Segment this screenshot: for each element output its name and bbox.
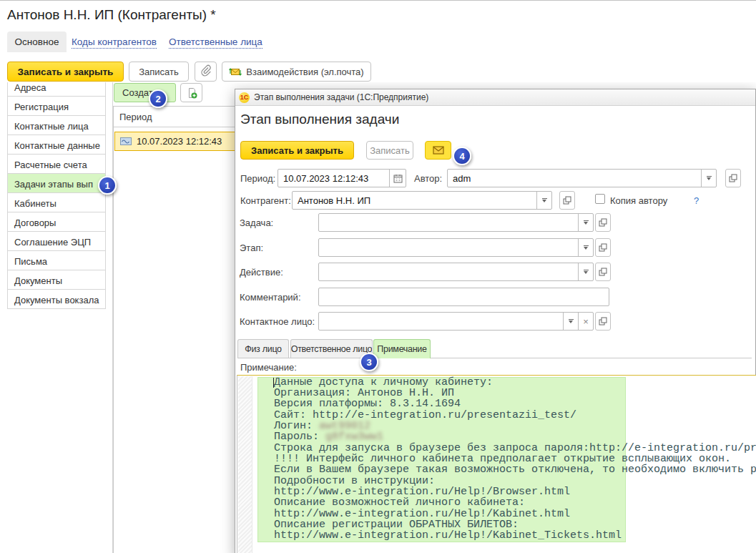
attach-button[interactable] [195,62,217,82]
envelope-icon [433,146,444,155]
annotation-badge-1: 1 [98,176,117,195]
author-dropdown-button[interactable] [701,170,716,187]
sidebar-item-документы[interactable]: Документы [7,270,106,290]
task-input[interactable] [318,213,594,232]
note-textarea[interactable]: Данные доступа к личному кабинету:Органи… [237,375,756,553]
counterparty-choose-button[interactable] [559,191,575,210]
list-row-selected[interactable]: 10.07.2023 12:12:43 [114,132,235,151]
action-input[interactable] [318,263,594,281]
sidebar-item-договоры[interactable]: Договоры [7,212,106,232]
sidebar-item-контактные-данные[interactable]: Контактные данные [7,134,106,155]
sidebar-item-регистрация[interactable]: Регистрация [7,96,106,116]
period-input[interactable]: 10.07.2023 12:12:43 [278,169,406,187]
field-label-period: Период: [240,173,275,184]
redacted-text: g8fxw3ww1 [325,431,383,443]
sidebar-item-контактные-лица[interactable]: Контактные лица [7,115,106,135]
note-line: Логин: awt99012 [274,421,756,431]
comment-input[interactable] [318,288,609,306]
contact-choose-button[interactable] [595,312,611,331]
save-button[interactable]: Записать [129,62,189,82]
author-choose-button[interactable] [725,169,741,187]
contact-dropdown-button[interactable] [563,313,578,330]
sidebar: АдресаРегистрацияКонтактные лицаКонтактн… [7,77,106,309]
note-line: Подробности в инструкции: [274,476,756,486]
chevron-down-icon [584,220,589,225]
field-label-comment: Комментарий: [240,292,301,303]
save-close-button[interactable]: Записать и закрыть [7,62,124,82]
copy-to-author-checkbox[interactable] [595,194,605,204]
note-line: Описание регистрации ОБРАТНЫХ БИЛЕТОВ: [274,519,756,530]
choose-from-list-icon [599,268,607,276]
counterparty-dropdown-button[interactable] [536,192,551,209]
chevron-down-icon [542,198,547,203]
contact-input[interactable]: × [318,312,594,331]
field-label-action: Действие: [240,267,283,278]
dialog-titlebar[interactable]: 1С Этап выполнения задачи (1С:Предприяти… [235,89,755,106]
sidebar-item-кабинеты[interactable]: Кабинеты [7,192,106,212]
author-input[interactable]: adm [447,169,717,187]
note-text: Данные доступа к личному кабинету:Органи… [274,377,756,542]
contact-clear-button[interactable]: × [578,313,593,330]
sidebar-item-задачи-этапы-вып[interactable]: Задачи этапы вып [7,173,106,193]
note-line: http://www.e-integration.ru/Help!/Browse… [274,486,756,497]
task-stage-icon [120,137,132,145]
period-value: 10.07.2023 12:12:43 [278,170,406,184]
list-row-period: 10.07.2023 12:12:43 [137,136,222,147]
dialog-send-email-button[interactable] [425,141,451,160]
note-line: Сайт: http://e-integration.ru/presentazi… [274,410,756,421]
note-line: Если в Вашем браузере такая возможность … [274,464,756,475]
email-interactions-icon [229,67,242,77]
field-label-stage: Этап: [240,243,263,253]
field-label-counterparty: Контрагент: [240,195,291,206]
sidebar-item-документы-вокзала[interactable]: Документы вокзала [7,289,106,309]
field-label-task: Задача: [240,217,273,228]
stage-choose-button[interactable] [595,238,611,257]
counterparty-value: Антонов Н.Н. ИП [293,192,551,206]
calendar-button[interactable] [389,170,406,187]
annotation-badge-2: 2 [149,89,167,108]
action-dropdown-button[interactable] [578,263,593,280]
column-header-period[interactable]: Период [114,107,235,127]
dialog-save-button[interactable]: Записать [366,141,413,160]
dialog-heading: Этап выполнения задачи [240,112,399,127]
nav-link-codes[interactable]: Коды контрагентов [72,36,157,49]
tab-responsible-person[interactable]: Ответственное лицо [290,339,373,358]
stage-input[interactable] [318,238,594,257]
chevron-down-icon [707,176,712,181]
task-choose-button[interactable] [595,213,611,232]
chevron-down-icon [569,319,574,324]
field-label-contact: Контактное лицо: [240,316,315,327]
stage-dropdown-button[interactable] [578,239,593,256]
choose-from-list-icon [599,218,607,227]
action-choose-button[interactable] [595,263,611,281]
choose-from-list-icon [599,243,607,252]
dialog-save-close-button[interactable]: Записать и закрыть [240,141,354,160]
note-line: Описание возможностей личного кабинета: [274,497,756,508]
new-document-button[interactable] [180,83,202,102]
choose-from-list-icon [563,196,571,205]
chevron-down-icon [584,270,589,275]
note-line: Строка для запуска в браузере без запрос… [274,443,756,454]
tab-individual[interactable]: Физ лицо [237,339,289,358]
note-label: Примечание: [240,362,297,373]
interactions-button[interactable]: Взаимодействия (эл.почта) [222,62,371,82]
sidebar-item-письма[interactable]: Письма [7,250,106,270]
tab-main[interactable]: Основное [7,31,67,52]
help-link[interactable]: ? [694,195,699,206]
clear-icon: × [583,316,589,327]
note-line: Данные доступа к личному кабинету: [274,377,756,388]
choose-from-list-icon [729,174,737,182]
sidebar-item-расчетные-счета[interactable]: Расчетные счета [7,154,106,174]
nav-link-responsible[interactable]: Ответственные лица [169,36,262,49]
paperclip-icon [200,64,212,79]
counterparty-input[interactable]: Антонов Н.Н. ИП [292,191,552,210]
sidebar-item-соглашение-эцп[interactable]: Соглашение ЭЦП [7,231,106,251]
choose-from-list-icon [599,317,607,326]
tab-note[interactable]: Примечание [373,339,431,358]
annotation-badge-3: 3 [360,353,378,371]
window-top-edge [0,0,756,1]
annotation-badge-4: 4 [453,147,471,165]
note-line: http://www.e-integration.ru/Help!/Kabine… [274,530,756,541]
task-dropdown-button[interactable] [578,214,593,231]
note-line: !!!! Интерфейс личного кабинета предпола… [274,454,756,464]
